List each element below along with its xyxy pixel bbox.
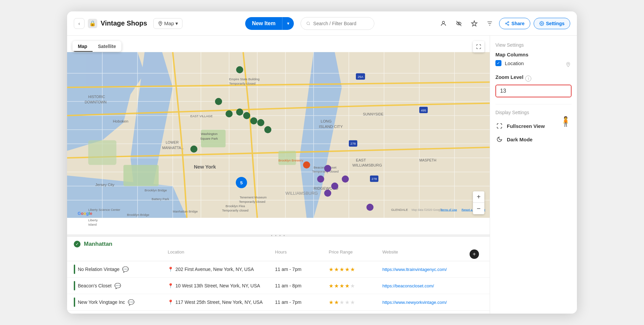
row-name-cell: No Relation Vintage 💬 bbox=[74, 265, 168, 274]
svg-text:Hoboken: Hoboken bbox=[113, 119, 128, 123]
website-link[interactable]: https://beaconscloset.com/ bbox=[382, 283, 470, 288]
share-button[interactable]: Share bbox=[499, 18, 530, 29]
svg-text:MANHATTA...: MANHATTA... bbox=[162, 146, 184, 150]
svg-point-2 bbox=[442, 21, 445, 24]
svg-text:MASPETH: MASPETH bbox=[419, 158, 436, 162]
row-name-cell: New York Vingtage Inc 💬 bbox=[74, 297, 168, 307]
location-value: 10 West 13th Street, New York, NY, USA bbox=[175, 283, 260, 288]
new-item-button[interactable]: New Item ▾ bbox=[245, 17, 294, 30]
display-settings-section: Display Settings 🧍 Fullscreen View Dark … bbox=[495, 104, 572, 146]
hours-value: 11 am - 7pm bbox=[275, 267, 329, 272]
hours-value: 11 am - 8pm bbox=[275, 283, 329, 288]
header: ‹ 🔒 Vintage Shops Map ▾ New Item ▾ bbox=[67, 11, 577, 36]
svg-text:Battery Park: Battery Park bbox=[152, 197, 169, 201]
pin-icon-button[interactable] bbox=[468, 17, 480, 30]
svg-text:25A: 25A bbox=[358, 75, 363, 79]
user-icon-button[interactable] bbox=[437, 17, 449, 30]
map-pin-icon bbox=[565, 61, 572, 68]
svg-point-11 bbox=[508, 24, 509, 26]
left-panel: Hoboken Jersey City HISTORIC DOWNTOWN Ne… bbox=[67, 36, 490, 314]
view-settings-label: View Settings bbox=[495, 42, 572, 48]
comment-icon[interactable]: 💬 bbox=[122, 266, 129, 273]
svg-text:Temporarily closed: Temporarily closed bbox=[239, 200, 265, 203]
svg-text:Empire State Building: Empire State Building bbox=[229, 77, 260, 81]
fullscreen-button[interactable] bbox=[473, 41, 484, 52]
svg-text:Liberty: Liberty bbox=[88, 218, 98, 222]
col-location: Location bbox=[168, 249, 275, 259]
svg-text:495: 495 bbox=[421, 108, 426, 112]
table-row: Beacon's Closet 💬 📍 10 West 13th Street,… bbox=[67, 278, 490, 294]
dark-mode-icon bbox=[495, 135, 503, 143]
search-input[interactable] bbox=[313, 21, 369, 26]
svg-point-14 bbox=[541, 23, 542, 24]
svg-text:DOWNTOWN: DOWNTOWN bbox=[85, 100, 107, 104]
svg-text:EAST VILLAGE: EAST VILLAGE bbox=[191, 114, 213, 118]
svg-text:Washington: Washington bbox=[201, 132, 218, 136]
settings-panel: View Settings Map Columns ✓ Location Zoo… bbox=[490, 36, 577, 314]
location-pin-icon: 📍 bbox=[168, 299, 173, 305]
svg-line-12 bbox=[506, 24, 508, 24]
svg-text:New York: New York bbox=[194, 164, 216, 170]
location-checkbox[interactable]: ✓ bbox=[495, 60, 501, 66]
svg-text:278: 278 bbox=[351, 142, 356, 145]
map-selector[interactable]: Map ▾ bbox=[153, 18, 182, 29]
table-row: No Relation Vintage 💬 📍 202 First Avenue… bbox=[67, 261, 490, 278]
app-container: ‹ 🔒 Vintage Shops Map ▾ New Item ▾ bbox=[67, 11, 577, 314]
zoom-level-header: Zoom Level i bbox=[495, 74, 572, 83]
comment-icon[interactable]: 💬 bbox=[114, 283, 121, 289]
map-columns-label: Map Columns bbox=[495, 52, 572, 57]
svg-point-9 bbox=[508, 21, 509, 22]
group-name: Manhattan bbox=[84, 241, 112, 247]
map-toggle: Map Satellite bbox=[72, 41, 121, 52]
eye-icon-button[interactable] bbox=[453, 17, 465, 30]
main-content: Hoboken Jersey City HISTORIC DOWNTOWN Ne… bbox=[67, 36, 577, 314]
settings-button[interactable]: Settings bbox=[534, 18, 570, 29]
row-bar bbox=[74, 265, 75, 274]
location-cell: 📍 202 First Avenue, New York, NY, USA bbox=[168, 267, 275, 272]
fullscreen-view-label: Fullscreen View bbox=[507, 123, 545, 129]
data-table-area: ✓ Manhattan Location Hours Price Range W… bbox=[67, 236, 490, 314]
row-bar bbox=[74, 281, 75, 290]
collapse-button[interactable]: ‹ bbox=[74, 18, 85, 29]
svg-text:Temporarily closed: Temporarily closed bbox=[229, 82, 256, 85]
svg-text:Tenement Museum: Tenement Museum bbox=[240, 195, 267, 199]
location-label: Location bbox=[505, 60, 524, 66]
zoom-in-button[interactable]: + bbox=[473, 191, 484, 203]
map-toggle-map[interactable]: Map bbox=[72, 41, 93, 52]
svg-text:5: 5 bbox=[240, 180, 243, 185]
filter-icon-button[interactable] bbox=[484, 17, 496, 30]
map-frame: Hoboken Jersey City HISTORIC DOWNTOWN Ne… bbox=[67, 36, 490, 234]
stars-rating: ★ ★ ★ ★ ★ bbox=[329, 266, 382, 273]
svg-text:Liberty Science Center: Liberty Science Center bbox=[88, 208, 120, 212]
dark-mode-option[interactable]: Dark Mode bbox=[495, 133, 572, 146]
comment-icon[interactable]: 💬 bbox=[128, 299, 135, 306]
svg-text:Square Park: Square Park bbox=[200, 137, 218, 140]
stars-rating: ★ ★ ★ ★ ★ bbox=[329, 283, 382, 289]
map-toggle-satellite[interactable]: Satellite bbox=[93, 41, 121, 52]
svg-text:ISLAND CITY: ISLAND CITY bbox=[319, 125, 343, 129]
row-name: Beacon's Closet bbox=[78, 283, 112, 288]
svg-point-0 bbox=[160, 22, 161, 23]
zoom-info-icon[interactable]: i bbox=[525, 76, 531, 82]
map-person-icon: 🧍 bbox=[560, 116, 572, 127]
add-column-button[interactable]: + bbox=[470, 249, 479, 259]
svg-text:LOWER: LOWER bbox=[166, 140, 179, 144]
svg-text:278: 278 bbox=[372, 177, 377, 181]
svg-text:EAST: EAST bbox=[356, 158, 366, 162]
svg-text:GLENDALE: GLENDALE bbox=[391, 208, 408, 212]
svg-rect-39 bbox=[123, 165, 159, 186]
svg-line-13 bbox=[506, 22, 508, 23]
svg-point-10 bbox=[505, 23, 507, 24]
location-value: 202 First Avenue, New York, NY, USA bbox=[175, 267, 254, 272]
svg-text:HISTORIC: HISTORIC bbox=[88, 95, 105, 99]
website-link[interactable]: https://www.ltrainvintagenyc.com/ bbox=[382, 267, 470, 272]
svg-text:Brooklyn Brewery: Brooklyn Brewery bbox=[278, 158, 303, 162]
zoom-level-input[interactable] bbox=[496, 85, 571, 97]
zoom-out-button[interactable]: − bbox=[473, 203, 484, 214]
group-collapse-icon[interactable]: ✓ bbox=[74, 241, 80, 247]
website-link[interactable]: https://www.newyorkvintage.com/ bbox=[382, 300, 470, 305]
stars-rating: ★ ★ ★ ★ ★ bbox=[329, 299, 382, 306]
svg-text:Temporarily closed: Temporarily closed bbox=[222, 208, 249, 212]
col-website: Website bbox=[382, 249, 470, 259]
fullscreen-view-icon bbox=[495, 122, 503, 130]
